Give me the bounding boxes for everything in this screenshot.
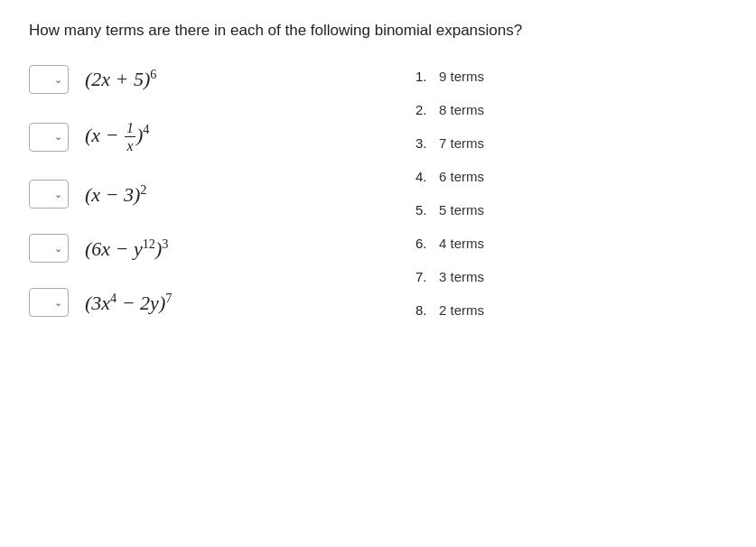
answer-item-5: 5. 5 terms — [415, 202, 727, 218]
dropdown-4[interactable]: ⌄ — [29, 234, 69, 263]
question-header: How many terms are there in each of the … — [29, 22, 727, 40]
expression-row-3: ⌄ (x − 3)2 — [29, 180, 372, 209]
expression-3: (x − 3)2 — [85, 182, 146, 207]
expression-2: (x − 1x)4 — [85, 119, 149, 154]
dropdown-3[interactable]: ⌄ — [29, 180, 69, 209]
answer-label-8: 2 terms — [439, 302, 484, 318]
answer-label-6: 4 terms — [439, 236, 484, 251]
answer-label-3: 7 terms — [439, 135, 484, 151]
answer-label-7: 3 terms — [439, 269, 484, 284]
dropdown-2[interactable]: ⌄ — [29, 123, 69, 152]
expression-1: (2x + 5)6 — [85, 67, 156, 91]
answer-num-3: 3. — [415, 135, 439, 151]
answer-num-4: 4. — [415, 169, 439, 184]
answer-label-5: 5 terms — [439, 202, 484, 218]
answer-num-6: 6. — [415, 236, 439, 251]
answer-item-8: 8. 2 terms — [415, 302, 727, 318]
answer-num-5: 5. — [415, 202, 439, 218]
answer-item-3: 3. 7 terms — [415, 135, 727, 151]
answer-num-8: 8. — [415, 302, 439, 318]
answer-item-7: 7. 3 terms — [415, 269, 727, 284]
answer-item-2: 2. 8 terms — [415, 102, 727, 117]
expression-row-2: ⌄ (x − 1x)4 — [29, 119, 372, 154]
expression-4: (6x − y12)3 — [85, 236, 169, 261]
main-layout: ⌄ (2x + 5)6 ⌄ (x − 1x)4 ⌄ (x − 3)2 — [29, 65, 727, 342]
expression-row-1: ⌄ (2x + 5)6 — [29, 65, 372, 94]
expression-row-5: ⌄ (3x4 − 2y)7 — [29, 288, 372, 317]
dropdown-5[interactable]: ⌄ — [29, 288, 69, 317]
expression-row-4: ⌄ (6x − y12)3 — [29, 234, 372, 263]
expression-5: (3x4 − 2y)7 — [85, 291, 172, 315]
chevron-down-icon: ⌄ — [54, 131, 62, 143]
dropdown-1[interactable]: ⌄ — [29, 65, 69, 94]
answer-item-4: 4. 6 terms — [415, 169, 727, 184]
answer-label-1: 9 terms — [439, 69, 484, 84]
chevron-down-icon: ⌄ — [54, 189, 62, 200]
answer-item-1: 1. 9 terms — [415, 69, 727, 84]
chevron-down-icon: ⌄ — [54, 297, 62, 309]
chevron-down-icon: ⌄ — [54, 243, 62, 255]
answer-num-7: 7. — [415, 269, 439, 284]
answers-column: 1. 9 terms 2. 8 terms 3. 7 terms 4. 6 te… — [372, 65, 727, 342]
chevron-down-icon: ⌄ — [54, 74, 62, 86]
expressions-column: ⌄ (2x + 5)6 ⌄ (x − 1x)4 ⌄ (x − 3)2 — [29, 65, 372, 342]
answer-num-1: 1. — [415, 69, 439, 84]
answer-num-2: 2. — [415, 102, 439, 117]
answer-item-6: 6. 4 terms — [415, 236, 727, 251]
answer-label-4: 6 terms — [439, 169, 484, 184]
answer-label-2: 8 terms — [439, 102, 484, 117]
